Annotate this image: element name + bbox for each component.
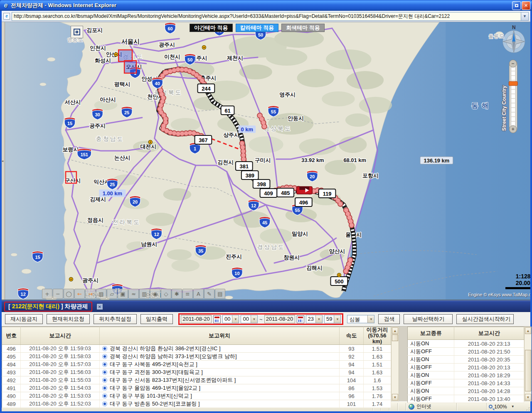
hour-to-select[interactable]: 23▼	[306, 315, 323, 323]
realtime-search-button[interactable]: 실시간검색시작하기	[456, 314, 514, 324]
restore-icon	[515, 4, 518, 7]
minute-to-select[interactable]: 59▼	[324, 315, 341, 323]
map-tool-marker-button[interactable]: ◉	[150, 289, 160, 299]
table-row[interactable]: 4892011-08-20 오후 11:52:03대구 동구 방촌동 50-2번…	[2, 400, 391, 408]
list-item[interactable]: 시동ON2011-08-20 14:28	[408, 387, 524, 395]
list-item[interactable]: 시동ON2011-08-20 18:29	[408, 371, 524, 379]
map-tool-zoom-out-button[interactable]: −	[53, 289, 63, 299]
url-text[interactable]: http://bsmap.searchon.co.kr/lbsmap/Model…	[12, 13, 521, 20]
svg-text:+: +	[512, 126, 515, 132]
table-row[interactable]: 4902011-08-20 오후 11:53:03대구 동구 부동 101-3번…	[2, 392, 391, 400]
map-tool-eraser-button[interactable]: ▨	[96, 289, 106, 299]
resize-grip[interactable]	[525, 402, 530, 411]
col-header-event-type[interactable]: 보고종류	[408, 327, 454, 340]
url-box[interactable]: http://bsmap.searchon.co.kr/lbsmap/Model…	[12, 12, 529, 21]
list-item[interactable]: 시동ON2011-08-20 23:13	[408, 340, 524, 348]
search-button[interactable]: 검색	[378, 314, 400, 324]
map-tool-forward-button[interactable]: →	[85, 289, 96, 299]
map-tool-draw-button[interactable]: ✎	[204, 289, 214, 299]
map-tool-cube-button[interactable]: ▱	[107, 289, 117, 299]
map-tool-layers-button[interactable]: ≡	[182, 289, 193, 299]
theme-night-button[interactable]: 야간테마 적용	[190, 24, 233, 32]
svg-text:1.00 km: 1.00 km	[103, 190, 122, 197]
date-from-input[interactable]: 2011-08-20	[181, 315, 212, 323]
scale-ratio: 1:128120	[503, 273, 530, 280]
zoom-control[interactable]: 100% ▼	[486, 403, 525, 411]
table-row[interactable]: 4932011-08-20 오후 11:56:03대구 동구 괴전동 300-3…	[2, 369, 391, 376]
table-row[interactable]: 4952011-08-20 오후 11:58:03경북 경산시 하양읍 남하리 …	[2, 353, 391, 361]
list-item[interactable]: 시동OFF2011-08-20 14:33	[408, 379, 524, 387]
map-city-label: 이천시	[164, 54, 180, 60]
list-item[interactable]: 시동OFF2011-08-20 20:13	[408, 364, 524, 371]
col-header-no[interactable]: 번호	[2, 327, 21, 345]
scroll-up-icon[interactable]: ▲	[392, 327, 398, 334]
tracking-settings-button[interactable]: 위치추적설정	[94, 314, 137, 324]
map-tool-print-button[interactable]: ▤	[215, 289, 225, 299]
restart-block-button[interactable]: 재시동금지	[5, 314, 43, 324]
col-header-event-time[interactable]: 보고시간	[454, 327, 524, 340]
control-toolbar: 재시동금지 현재위치요청 위치추적설정 일지출력 2011-08-20 00▼ …	[2, 312, 530, 327]
scroll-down-icon[interactable]: ▼	[392, 394, 398, 401]
svg-text:60: 60	[167, 26, 172, 31]
col-header-distance[interactable]: 이동거리 (570.56 km)	[364, 327, 391, 345]
map-tool-label-button[interactable]: A	[193, 289, 204, 299]
close-button[interactable]: ✕	[522, 1, 530, 10]
table-row[interactable]: 4922011-08-20 오후 11:55:03대구 동구 신서동 823-1…	[2, 376, 391, 384]
col-header-speed[interactable]: 속도	[340, 327, 364, 345]
log-print-button[interactable]: 일지출력	[140, 314, 173, 324]
map-tool-save-button[interactable]: ▥	[139, 289, 150, 299]
scroll-up-icon[interactable]: ▲	[525, 327, 531, 334]
cell-no: 491	[2, 384, 21, 392]
col-header-time[interactable]: 보고시간	[21, 327, 100, 345]
map-tool-image-button[interactable]: ▣	[118, 289, 128, 299]
vehicle-car-icon[interactable]	[297, 187, 313, 194]
map-tool-zoom-in-button[interactable]: +	[42, 289, 52, 299]
map-area[interactable]: 김포시서울시광주시인천시안산시이천시원주시제천시화성시오산시안성시평택시충주시천…	[2, 22, 530, 300]
scroll-down-icon[interactable]: ▼	[525, 394, 531, 401]
map-overview-button[interactable]	[71, 26, 83, 38]
cell-no: 489	[2, 400, 21, 408]
table-row[interactable]: 4942011-08-20 오후 11:57:03대구 동구 사복동 495-2…	[2, 361, 391, 369]
poi-dot	[69, 278, 73, 281]
theme-color-button[interactable]: 칼라테마 적용	[236, 24, 279, 32]
event-table-scrollbar[interactable]: ▲ ▼	[524, 327, 532, 401]
tab-close-button[interactable]: ✕	[96, 303, 103, 310]
map-tool-back-button[interactable]: ←	[74, 289, 85, 299]
table-row[interactable]: 4912011-08-20 오후 11:54:03대구 동구 율암동 469-1…	[2, 384, 391, 392]
col-header-location[interactable]: 보고위치	[100, 327, 340, 345]
svg-text:50: 50	[258, 32, 263, 37]
map-side-collapse-handle[interactable]: ◂	[2, 22, 5, 300]
symbol-select[interactable]: 심볼▼	[347, 315, 374, 323]
calendar-icon[interactable]	[297, 315, 304, 323]
current-location-button[interactable]: 현재위치요청	[47, 314, 90, 324]
table-row[interactable]: 4962011-08-20 오후 11:59:03경북 경산시 하양읍 환상리 …	[2, 345, 391, 353]
map-canvas[interactable]: 김포시서울시광주시인천시안산시이천시원주시제천시화성시오산시안성시평택시충주시천…	[2, 22, 530, 300]
list-item[interactable]: 시동OFF2011-08-20 21:50	[408, 348, 524, 356]
svg-text:33.92 km: 33.92 km	[301, 157, 324, 163]
cell-location: 대구 동구 괴전동 300-3번지[대림육교 ]	[100, 369, 340, 376]
list-item[interactable]: 시동OFF2011-08-20 13:40	[408, 395, 524, 403]
theme-gray-button[interactable]: 회색테마 적용	[281, 24, 325, 32]
window-title: 전체차량관제 - Windows Internet Explorer	[11, 2, 511, 9]
zone-label: 인터넷	[416, 403, 431, 410]
url-dropdown-button[interactable]: ▼	[521, 12, 528, 20]
date-select-button[interactable]: 날짜선택하기	[404, 314, 453, 324]
vehicle-tab[interactable]: [ 2122(문지현 대리) ] 차량관제	[4, 302, 92, 312]
cell-no: 490	[2, 392, 21, 400]
scrollbar-thumb[interactable]	[392, 334, 398, 341]
map-tool-measure-button[interactable]: ≈	[128, 289, 139, 299]
calendar-icon[interactable]	[213, 315, 221, 323]
map-tool-lasso-button[interactable]: ◯	[64, 289, 74, 299]
magnifier-icon	[489, 405, 493, 408]
report-table-scrollbar[interactable]: ▲ ▼	[391, 327, 399, 401]
list-item[interactable]: 시동ON2011-08-20 20:35	[408, 356, 524, 364]
scrollbar-thumb[interactable]	[525, 350, 531, 391]
zoom-slider-thumb[interactable]	[509, 81, 517, 86]
map-tool-polygon-button[interactable]: ◇	[161, 289, 171, 299]
restore-button[interactable]	[512, 1, 521, 10]
cell-distance: 1.51	[364, 345, 391, 353]
hour-from-select[interactable]: 00▼	[222, 315, 239, 323]
date-to-input[interactable]: 2011-08-20	[264, 315, 295, 323]
minute-from-select[interactable]: 00▼	[241, 315, 257, 323]
map-tool-settings-button[interactable]: ✱	[172, 289, 182, 299]
